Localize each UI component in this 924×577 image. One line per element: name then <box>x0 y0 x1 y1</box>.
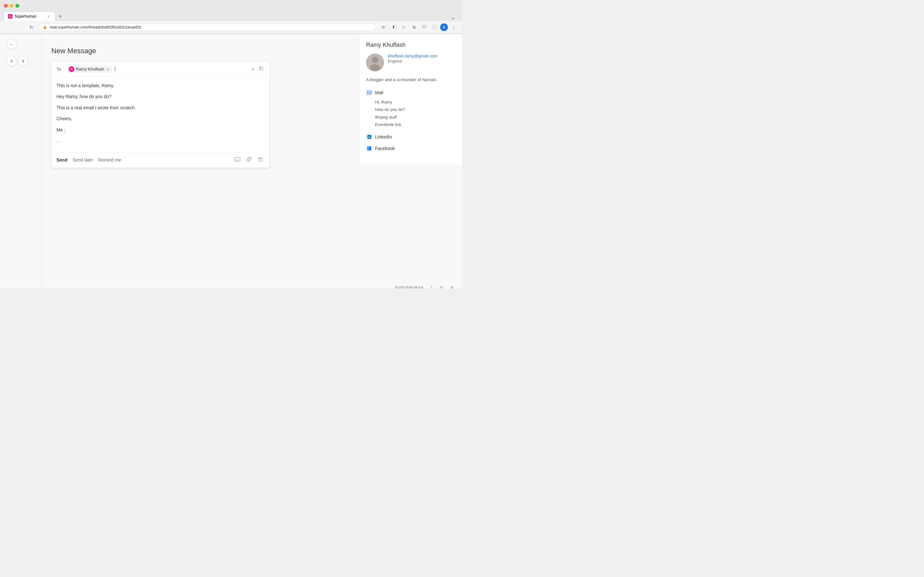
svg-rect-6 <box>367 91 371 94</box>
contact-name: Ramy Khuffash <box>366 42 456 48</box>
tabs-bar: S Superhuman × + ⌄ <box>0 11 462 21</box>
nav-icons: ⊙ ⬇ ☆ ⧉ 🛡 ⬚ S ⋮ <box>379 23 458 32</box>
url-text: mail.superhuman.com/thread/draft000ca91b… <box>50 25 372 29</box>
contact-avatar <box>366 53 384 71</box>
traffic-lights <box>4 4 19 8</box>
facebook-section-icon: f <box>366 145 373 152</box>
mail-item-3[interactable]: ffmpeg stuff <box>366 113 456 121</box>
address-bar[interactable]: 🔒 mail.superhuman.com/thread/draft000ca9… <box>39 23 376 31</box>
profile-button[interactable]: S <box>440 23 448 31</box>
compose-body[interactable]: This is not a template, Ramy Hey Ramy, h… <box>51 77 270 152</box>
send-later-button[interactable]: Send later <box>73 156 93 164</box>
main-content: New Message To R Ramy Khuffash × ∨ <box>42 34 359 288</box>
nav-bar: ← → ↻ 🔒 mail.superhuman.com/thread/draft… <box>0 21 462 34</box>
mail-section-header: Mail <box>366 89 456 96</box>
split-button[interactable]: ⬚ <box>430 23 439 32</box>
lens-button[interactable]: ⊙ <box>379 23 388 32</box>
tab-label: Superhuman <box>15 14 37 19</box>
close-button[interactable] <box>4 4 8 8</box>
send-button[interactable]: Send <box>57 156 67 164</box>
linkedin-section-header: in LinkedIn <box>366 134 456 140</box>
recipient-remove-button[interactable]: × <box>105 67 110 71</box>
to-label: To <box>57 67 63 72</box>
back-nav-button[interactable]: ← <box>4 23 13 32</box>
code-icon[interactable]: { } <box>234 155 241 164</box>
body-line1: Hey Ramy, how do you do? <box>57 93 264 100</box>
contact-bio: A blogger and a co-founder of Narrato. <box>366 77 456 83</box>
contact-email[interactable]: khuffash.ramy@gmail.com <box>388 53 456 58</box>
contact-card: khuffash.ramy@gmail.com England <box>366 53 456 71</box>
help-icon[interactable]: ? <box>427 284 435 288</box>
mail-section: Mail Hi, Ramy How do you do? ffmpeg stuf… <box>366 89 456 129</box>
mail-section-label: Mail <box>375 90 383 95</box>
linkedin-section-icon: in <box>366 134 373 140</box>
linkedin-section: in LinkedIn <box>366 134 456 140</box>
forward-nav-button[interactable]: → <box>15 23 24 32</box>
bookmark-button[interactable]: ☆ <box>399 23 408 32</box>
back-button[interactable]: ← <box>6 39 17 49</box>
download-button[interactable]: ⬇ <box>389 23 398 32</box>
right-sidebar: Ramy Khuffash khuffash.ramy@gmail.com En… <box>359 34 462 164</box>
sign-name: Me ; <box>57 126 264 133</box>
svg-point-4 <box>372 57 378 63</box>
lock-icon: 🔒 <box>43 25 47 29</box>
mail-section-icon <box>366 89 373 96</box>
mail-item-4[interactable]: Eventbrite link <box>366 121 456 129</box>
link-icon[interactable] <box>245 155 253 164</box>
page-title: New Message <box>51 47 350 55</box>
to-recipients: R Ramy Khuffash × <box>67 66 247 73</box>
recipient-name: Ramy Khuffash <box>76 67 104 71</box>
refresh-button[interactable]: ↻ <box>27 23 36 32</box>
grid-icon[interactable]: ⊞ <box>438 284 445 288</box>
linkedin-section-label: LinkedIn <box>375 134 392 139</box>
contact-info: khuffash.ramy@gmail.com England <box>388 53 456 63</box>
recipient-chip[interactable]: R Ramy Khuffash × <box>67 66 113 73</box>
facebook-section: f Facebook <box>366 145 456 152</box>
minimize-button[interactable] <box>10 4 13 8</box>
active-tab[interactable]: S Superhuman × <box>4 11 55 21</box>
tab-favicon: S <box>8 14 13 19</box>
compose-footer: Send Send later Remind me { } <box>51 152 270 168</box>
mail-item-2[interactable]: How do you do? <box>366 106 456 113</box>
expand-recipients-button[interactable]: ∨ <box>251 66 255 73</box>
svg-rect-0 <box>260 68 263 70</box>
superhuman-logo: SUPERHUMAN <box>395 285 423 288</box>
new-tab-button[interactable]: + <box>56 12 65 21</box>
maximize-button[interactable] <box>15 4 19 8</box>
compose-to-row: To R Ramy Khuffash × ∨ <box>51 61 270 77</box>
menu-button[interactable]: ⋮ <box>449 23 458 32</box>
expand-button[interactable]: ⌄ <box>451 14 456 21</box>
subject-line: This is not a template, Ramy <box>57 82 264 89</box>
svg-text:in: in <box>368 135 370 139</box>
footer-icons: { } <box>234 155 264 164</box>
recipient-avatar: R <box>69 66 74 72</box>
left-sidebar: ← ∧ ∨ <box>0 34 42 288</box>
trash-icon[interactable] <box>257 155 264 164</box>
footer-help-icons: ? ⊞ ⚙ <box>427 284 456 288</box>
extensions-button[interactable]: ⧉ <box>409 23 418 32</box>
text-cursor <box>115 67 115 71</box>
right-sidebar-footer: SUPERHUMAN ? ⊞ ⚙ <box>395 284 456 288</box>
tab-close-button[interactable]: × <box>46 14 51 19</box>
facebook-section-header: f Facebook <box>366 145 456 152</box>
up-arrow-button[interactable]: ∧ <box>6 56 17 66</box>
facebook-section-label: Facebook <box>375 146 395 151</box>
remind-me-button[interactable]: Remind me <box>98 156 121 164</box>
body-line2: This is a real email I wrote from scratc… <box>57 104 264 111</box>
sign-off: Cheers, <box>57 115 264 122</box>
down-arrow-button[interactable]: ∨ <box>18 56 28 66</box>
copy-icon[interactable] <box>258 65 264 73</box>
svg-text:{ }: { } <box>236 158 238 161</box>
ellipsis: ... <box>57 137 264 144</box>
right-sidebar-wrapper: Ramy Khuffash khuffash.ramy@gmail.com En… <box>359 34 462 288</box>
to-actions: ∨ <box>251 65 264 73</box>
compose-box: To R Ramy Khuffash × ∨ <box>51 61 270 168</box>
contact-location: England <box>388 59 456 63</box>
mail-item-1[interactable]: Hi, Ramy <box>366 98 456 106</box>
shield-button[interactable]: 🛡 <box>420 23 429 32</box>
settings-icon[interactable]: ⚙ <box>448 284 456 288</box>
svg-point-5 <box>370 64 380 71</box>
